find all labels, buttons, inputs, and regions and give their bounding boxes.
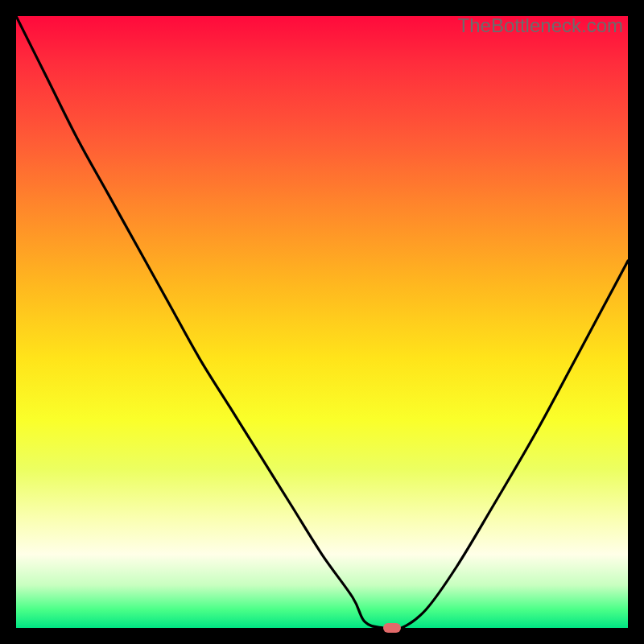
bottleneck-curve <box>16 16 628 628</box>
plot-area: TheBottleneck.com <box>16 16 628 628</box>
chart-frame: TheBottleneck.com <box>0 0 644 644</box>
optimal-marker <box>383 623 401 633</box>
